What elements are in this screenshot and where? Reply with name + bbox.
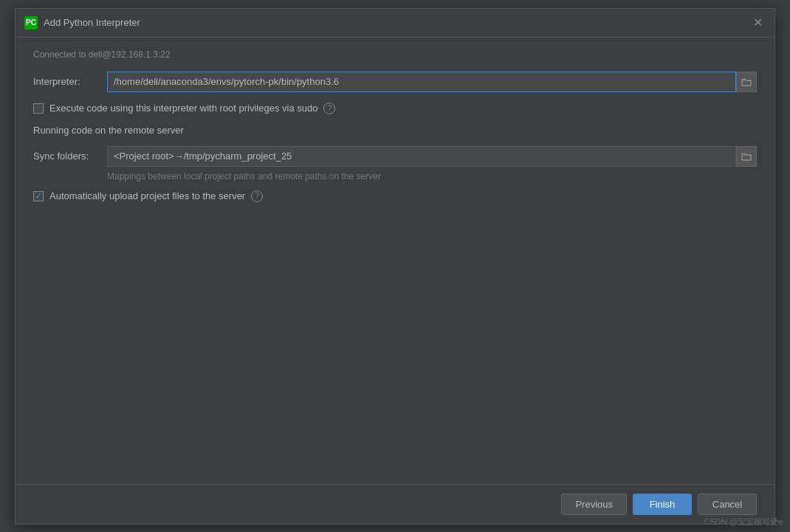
dialog-title: Add Python Interpreter — [44, 17, 140, 28]
running-section-title: Running code on the remote server — [33, 125, 757, 136]
interpreter-row: Interpreter: — [33, 72, 757, 92]
sudo-checkbox-label: Execute code using this interpreter with… — [49, 103, 317, 114]
dialog-footer: Previous Finish Cancel — [16, 484, 774, 524]
interpreter-browse-button[interactable] — [736, 72, 757, 92]
upload-checkbox-label: Automatically upload project files to th… — [49, 190, 245, 201]
upload-checkbox-row: Automatically upload project files to th… — [33, 190, 757, 202]
sudo-checkbox[interactable] — [33, 103, 44, 114]
sync-folders-input-wrap — [107, 146, 757, 167]
sync-folders-row: Sync folders: — [33, 146, 757, 167]
app-icon: PC — [24, 16, 38, 30]
watermark: CSDN @宝宝很可爱e — [704, 517, 783, 528]
upload-checkbox[interactable] — [33, 191, 44, 201]
sudo-help-icon[interactable]: ? — [323, 103, 335, 114]
interpreter-label: Interpreter: — [33, 76, 107, 87]
cancel-button[interactable]: Cancel — [698, 494, 757, 515]
upload-help-icon[interactable]: ? — [251, 190, 263, 202]
sync-folders-hint: Mappings between local project paths and… — [107, 171, 757, 182]
connection-info: Connected to dell@192.168.1.3:22 — [33, 49, 757, 60]
sync-folders-browse-button[interactable] — [736, 146, 757, 167]
sync-folders-label: Sync folders: — [33, 151, 107, 162]
interpreter-input[interactable] — [107, 72, 736, 92]
previous-button[interactable]: Previous — [561, 494, 627, 515]
finish-button[interactable]: Finish — [633, 494, 692, 515]
interpreter-input-wrap — [107, 72, 757, 92]
dialog-body: Connected to dell@192.168.1.3:22 Interpr… — [16, 38, 774, 484]
title-bar: PC Add Python Interpreter ✕ — [16, 9, 774, 38]
sudo-checkbox-row: Execute code using this interpreter with… — [33, 103, 757, 114]
close-button[interactable]: ✕ — [749, 15, 766, 31]
sync-folders-input[interactable] — [107, 146, 736, 167]
folder-icon — [741, 77, 752, 86]
folder-icon — [741, 152, 752, 161]
